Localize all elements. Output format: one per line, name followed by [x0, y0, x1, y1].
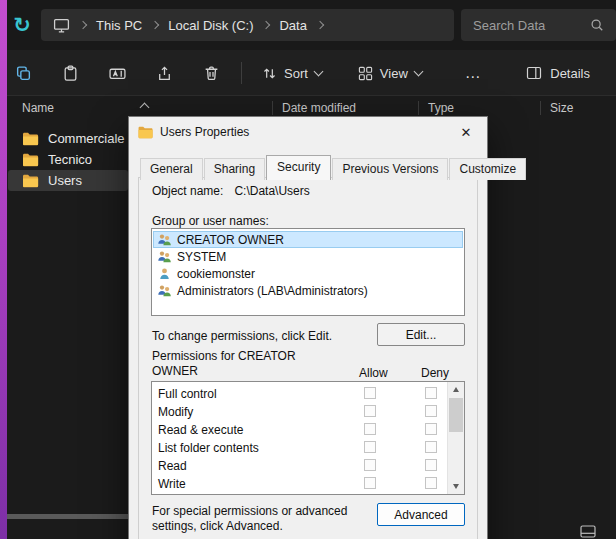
paste-button[interactable]: [51, 56, 89, 90]
left-accent-strip: [0, 0, 7, 539]
permission-row-write: Write: [152, 475, 464, 493]
allow-column-label: Allow: [359, 366, 388, 380]
dialog-titlebar[interactable]: Users Properties: [129, 117, 487, 147]
deny-checkbox[interactable]: [425, 387, 437, 399]
users-properties-dialog: Users Properties ✕ General Sharing Secur…: [128, 116, 488, 539]
edit-button[interactable]: Edit...: [377, 323, 465, 346]
permissions-list: Full control Modify Read & execute List …: [151, 381, 465, 495]
permission-row-list-folder-contents: List folder contents: [152, 439, 464, 457]
allow-checkbox[interactable]: [364, 405, 376, 417]
column-header-date-modified[interactable]: Date modified: [282, 101, 356, 115]
deny-checkbox[interactable]: [425, 405, 437, 417]
group-item-creator-owner[interactable]: CREATOR OWNER: [153, 231, 463, 248]
deny-column-label: Deny: [421, 366, 449, 380]
tab-customize[interactable]: Customize: [449, 158, 526, 180]
breadcrumb: This PC Local Disk (C:) Data: [41, 9, 454, 41]
sort-icon: [262, 66, 277, 81]
folder-icon: [138, 126, 153, 139]
group-item-label: SYSTEM: [177, 250, 226, 264]
group-item-label: CREATOR OWNER: [177, 233, 284, 247]
folder-icon: [22, 132, 39, 146]
allow-checkbox[interactable]: [364, 441, 376, 453]
object-name-value: C:\Data\Users: [234, 184, 309, 198]
allow-checkbox[interactable]: [364, 387, 376, 399]
share-icon: [156, 65, 173, 82]
permission-row-read: Read: [152, 457, 464, 475]
object-name-row: Object name: C:\Data\Users: [152, 184, 310, 198]
status-view-icon[interactable]: [580, 525, 596, 538]
file-row-commerciale[interactable]: Commerciale: [8, 128, 125, 149]
dialog-close-button[interactable]: ✕: [451, 122, 481, 143]
column-header-size[interactable]: Size: [550, 101, 573, 115]
allow-checkbox[interactable]: [364, 459, 376, 471]
chevron-right-icon: [316, 21, 324, 29]
rename-button[interactable]: [98, 56, 136, 90]
deny-checkbox[interactable]: [425, 423, 437, 435]
deny-checkbox[interactable]: [425, 477, 437, 489]
tab-sharing[interactable]: Sharing: [204, 158, 265, 180]
search-placeholder-text: Search Data: [473, 18, 545, 33]
dialog-tabs: General Sharing Security Previous Versio…: [140, 158, 527, 180]
more-options-button[interactable]: …: [456, 56, 490, 90]
permission-label: Modify: [158, 405, 193, 419]
file-row-users[interactable]: Users: [8, 170, 128, 191]
file-name: Commerciale: [48, 131, 125, 146]
delete-icon: [203, 65, 220, 82]
folder-icon: [22, 174, 39, 188]
copy-button[interactable]: [4, 56, 42, 90]
sort-button[interactable]: Sort: [252, 56, 332, 90]
column-header-name[interactable]: Name: [22, 101, 54, 115]
file-row-tecnico[interactable]: Tecnico: [8, 149, 92, 170]
chevron-right-icon: [151, 21, 159, 29]
folder-icon: [22, 153, 39, 167]
breadcrumb-data[interactable]: Data: [279, 18, 306, 33]
delete-button[interactable]: [192, 56, 230, 90]
column-separator[interactable]: [540, 101, 541, 115]
group-icon: [157, 233, 172, 246]
deny-checkbox[interactable]: [425, 441, 437, 453]
toolbar-separator: [241, 62, 242, 84]
refresh-icon[interactable]: ↻: [9, 11, 35, 38]
column-separator[interactable]: [418, 101, 419, 115]
allow-checkbox[interactable]: [364, 477, 376, 489]
chevron-down-icon: [313, 66, 323, 76]
chevron-down-icon: [413, 66, 423, 76]
sort-ascending-icon: [140, 103, 150, 113]
permissions-scrollbar[interactable]: [447, 382, 464, 494]
user-item-cookiemonster[interactable]: cookiemonster: [153, 265, 463, 282]
paste-icon: [62, 65, 79, 82]
dialog-title: Users Properties: [160, 125, 249, 139]
chevron-right-icon: [262, 21, 270, 29]
scroll-down-button[interactable]: [448, 479, 464, 494]
search-icon: [590, 18, 604, 32]
view-button[interactable]: View: [348, 56, 432, 90]
group-item-label: cookiemonster: [177, 267, 255, 281]
group-item-administrators[interactable]: Administrators (LAB\Administrators): [153, 282, 463, 299]
group-item-system[interactable]: SYSTEM: [153, 248, 463, 265]
group-user-list: CREATOR OWNER SYSTEM cookiemonster Admin…: [151, 228, 465, 316]
search-input[interactable]: Search Data: [461, 9, 616, 41]
advanced-button[interactable]: Advanced: [377, 503, 465, 526]
triangle-up-icon: [453, 387, 459, 392]
sort-label: Sort: [284, 66, 308, 81]
deny-checkbox[interactable]: [425, 459, 437, 471]
breadcrumb-this-pc[interactable]: This PC: [96, 18, 142, 33]
column-header-type[interactable]: Type: [428, 101, 454, 115]
group-item-label: Administrators (LAB\Administrators): [177, 284, 368, 298]
breadcrumb-local-disk-c[interactable]: Local Disk (C:): [168, 18, 253, 33]
permission-label: List folder contents: [158, 441, 259, 455]
allow-checkbox[interactable]: [364, 423, 376, 435]
tab-general[interactable]: General: [140, 158, 203, 180]
permission-label: Full control: [158, 387, 217, 401]
column-separator[interactable]: [272, 101, 273, 115]
horizontal-scrollbar[interactable]: [3, 514, 148, 519]
tab-previous-versions[interactable]: Previous Versions: [332, 158, 448, 180]
share-button[interactable]: [145, 56, 183, 90]
details-toggle-button[interactable]: Details: [516, 56, 600, 90]
file-name: Users: [48, 173, 82, 188]
scroll-up-button[interactable]: [448, 382, 464, 397]
scrollbar-thumb[interactable]: [449, 398, 463, 432]
tab-security[interactable]: Security: [266, 155, 331, 180]
chevron-right-icon: [79, 21, 87, 29]
object-name-label: Object name:: [152, 184, 223, 198]
